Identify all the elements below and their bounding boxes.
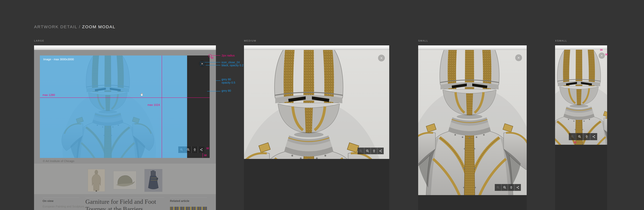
zoom-out-button[interactable] xyxy=(364,148,371,154)
zoom-out-icon xyxy=(366,149,369,153)
max-height-line xyxy=(40,98,210,98)
download-icon xyxy=(585,135,588,138)
page-title-main: ZOOM MODAL xyxy=(82,24,116,29)
modal-backdrop xyxy=(418,195,527,210)
zoom-in-icon xyxy=(496,186,500,189)
zoom-in-icon xyxy=(359,149,362,153)
label-xsmall: XSMALL xyxy=(555,40,567,42)
artwork-title: Garniture for Field and Foot Tourney at … xyxy=(86,198,164,210)
toolbar-bottom-margin: 32 xyxy=(204,154,207,157)
modal-backdrop xyxy=(555,145,607,210)
share-button[interactable] xyxy=(514,184,521,191)
image-copyright: © Art Institute of Chicago xyxy=(43,160,74,163)
divider xyxy=(170,198,207,198)
annotation-line xyxy=(204,62,220,62)
panel-medium xyxy=(244,46,389,210)
artwork-zoom-image[interactable] xyxy=(555,50,607,145)
share-button[interactable] xyxy=(590,133,597,140)
share-icon xyxy=(516,186,520,189)
margin-32-label: 32 xyxy=(211,56,214,59)
page-title: ARTWORK DETAIL / ZOOM MODAL xyxy=(34,24,116,29)
annotation-line xyxy=(202,153,203,158)
thumbnail-helmet[interactable] xyxy=(114,171,136,189)
zoom-in-icon xyxy=(571,135,574,138)
corner-radius-label: 2px radius xyxy=(222,54,234,57)
image-layer-highlight: Image - max 3000x3000 xyxy=(40,56,187,158)
close-icon xyxy=(517,56,520,59)
zoom-out-icon xyxy=(578,135,581,138)
zoom-toolbar xyxy=(569,133,597,140)
max-width-label: max 1024 xyxy=(143,103,160,106)
site-top-banner xyxy=(555,46,607,50)
close-icon xyxy=(380,56,383,60)
modal-backdrop xyxy=(244,159,389,210)
label-large: LARGE xyxy=(34,40,44,42)
zoom-out-button[interactable] xyxy=(576,133,583,140)
share-icon xyxy=(592,135,596,138)
panel-small xyxy=(418,46,527,210)
annotation-line xyxy=(211,55,220,56)
close-button[interactable] xyxy=(598,52,605,59)
download-button[interactable] xyxy=(371,148,377,154)
site-top-banner xyxy=(244,46,389,50)
close-top-margin: 16 xyxy=(600,48,602,51)
site-top-banner xyxy=(418,46,527,50)
zoom-out-icon xyxy=(503,186,506,189)
close-icon xyxy=(600,54,603,57)
zoom-toolbar xyxy=(495,184,521,191)
site-top-banner xyxy=(34,46,216,50)
zoom-in-button[interactable] xyxy=(495,184,501,191)
download-button[interactable] xyxy=(583,133,590,140)
toolbar-right-margin: 32 xyxy=(206,147,209,150)
panel-xsmall: 16 16 32 xyxy=(555,46,607,210)
max-width-line xyxy=(162,56,162,158)
label-small: SMALL xyxy=(418,40,428,42)
close-button[interactable] xyxy=(199,60,205,67)
toolbar-bg-annotation: grey 80 xyxy=(222,89,231,92)
zoom-toolbar xyxy=(358,148,384,154)
image-layer-label: Image - max 3000x3000 xyxy=(43,58,74,61)
share-icon xyxy=(379,149,382,153)
thumbnail-armor[interactable] xyxy=(88,169,105,192)
close-right-margin: 16 xyxy=(605,53,608,56)
download-button[interactable] xyxy=(508,184,514,191)
download-button[interactable] xyxy=(191,146,198,153)
close-button[interactable] xyxy=(378,55,385,62)
close-bg-annotation: black, opacity 0.2 xyxy=(222,64,244,67)
share-icon xyxy=(200,148,203,152)
close-button[interactable] xyxy=(515,54,522,61)
zoom-in-button[interactable] xyxy=(358,148,364,154)
divider xyxy=(86,198,164,198)
panel-large: Open daily 10:30–5:00, Thursdays until 8… xyxy=(34,46,216,210)
scrim-annotation: grey 80 opacity 0.5 xyxy=(222,78,235,84)
divider xyxy=(42,198,80,198)
close-icon xyxy=(200,62,204,65)
on-view-label: On view xyxy=(42,199,54,202)
close-icon-annotation: icon_close_24 xyxy=(222,61,240,64)
annotation-line xyxy=(216,80,220,81)
breadcrumb: ARTWORK DETAIL / xyxy=(34,24,82,29)
share-button[interactable] xyxy=(377,148,384,154)
download-icon xyxy=(372,149,376,153)
artwork-zoom-image[interactable] xyxy=(244,50,389,159)
design-spec-canvas: ARTWORK DETAIL / ZOOM MODAL LARGE MEDIUM… xyxy=(0,0,644,210)
max-height-label: max 1280 xyxy=(42,93,55,97)
share-button[interactable] xyxy=(198,146,204,153)
annotation-line xyxy=(206,65,220,66)
artwork-zoom-image[interactable] xyxy=(418,50,527,195)
department-link[interactable]: European Painting and Sculpture, xyxy=(42,205,85,208)
related-article-image[interactable] xyxy=(170,207,207,210)
hand-cursor-icon xyxy=(140,92,144,96)
related-article-label: Related article xyxy=(170,199,189,202)
download-icon xyxy=(510,186,513,189)
toolbar-bottom-margin: 32 xyxy=(574,141,576,144)
download-icon xyxy=(193,148,196,152)
zoom-in-button[interactable] xyxy=(569,133,576,140)
thumbnail-gauntlet[interactable] xyxy=(144,169,162,192)
annotation-line xyxy=(207,91,220,92)
label-medium: MEDIUM xyxy=(244,40,256,42)
zoom-out-button[interactable] xyxy=(501,184,508,191)
